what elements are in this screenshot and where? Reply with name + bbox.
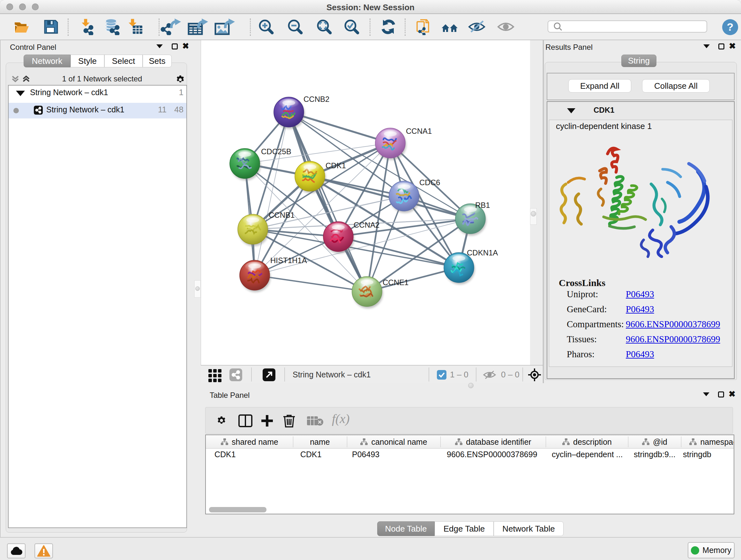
svg-text:CCNB2: CCNB2 (304, 95, 329, 104)
svg-text:CDK1: CDK1 (326, 161, 346, 170)
svg-text:CDC25B: CDC25B (261, 147, 291, 156)
svg-text:HIST1H1A: HIST1H1A (270, 256, 307, 265)
svg-text:CDC6: CDC6 (419, 178, 440, 187)
svg-text:RB1: RB1 (475, 201, 490, 209)
svg-text:CCNA2: CCNA2 (354, 221, 380, 229)
svg-text:CCNA1: CCNA1 (406, 127, 432, 135)
svg-text:CCNE1: CCNE1 (383, 278, 408, 287)
svg-text:CCNB1: CCNB1 (269, 211, 294, 219)
svg-text:?: ? (727, 21, 734, 33)
svg-text:CDKN1A: CDKN1A (467, 248, 498, 257)
